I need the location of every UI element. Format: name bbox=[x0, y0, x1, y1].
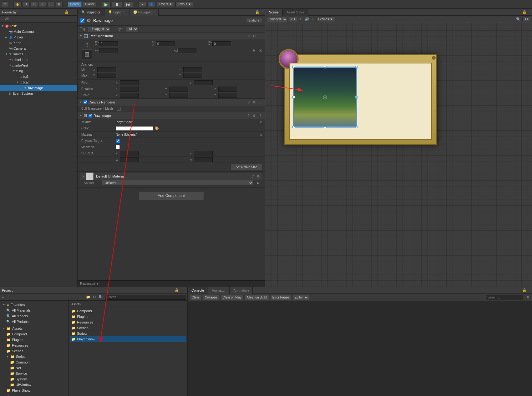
uiwindow-item[interactable]: 📁 UIWindow bbox=[0, 382, 68, 388]
all-models-item[interactable]: 🔍 All Models bbox=[0, 313, 68, 319]
clear-on-play-btn[interactable]: Clear on Play bbox=[220, 295, 244, 300]
scale-x-input[interactable]: 1 bbox=[120, 93, 139, 98]
all-layers-btn[interactable]: All bbox=[522, 17, 530, 22]
scene-lock-btn[interactable]: 🔒 bbox=[522, 10, 527, 14]
cull-checkbox[interactable] bbox=[117, 107, 121, 111]
scripts-item[interactable]: ▼ 📁 Scripts bbox=[0, 354, 68, 359]
scenes-item[interactable]: 📁 Scenes bbox=[0, 348, 68, 354]
hierarchy-lock-btn[interactable]: 🔒 bbox=[64, 10, 69, 14]
pos-y-input[interactable] bbox=[156, 41, 175, 46]
anchor-max-x-input[interactable]: 0.5 bbox=[97, 73, 116, 78]
hierarchy-item-eventsystem[interactable]: ⚙ EventSystem bbox=[0, 91, 77, 96]
scene-tab-assetstore[interactable]: Asset Store bbox=[283, 9, 308, 16]
scene-more-btn[interactable]: ⋮ bbox=[527, 10, 532, 14]
layer-select[interactable]: UI bbox=[126, 26, 139, 32]
tab-lighting[interactable]: 💡 Lighting bbox=[104, 9, 129, 16]
shader-select[interactable]: UI/Defau... bbox=[102, 180, 254, 186]
hierarchy-item-bg1[interactable]: □ bg1 bbox=[0, 74, 77, 79]
material-section-header[interactable]: ▼ Default UI Material ? ⚙ bbox=[80, 173, 262, 180]
blueprint-btn[interactable]: B bbox=[259, 48, 262, 53]
raycast-checkbox[interactable] bbox=[116, 139, 120, 143]
raw-image-header[interactable]: ▼ 🖼 Raw Image ? ⚙ ⋮ bbox=[78, 112, 265, 119]
tag-select[interactable]: Untagged bbox=[88, 26, 111, 32]
system-item[interactable]: 📁 System bbox=[0, 376, 68, 382]
console-tab-console[interactable]: Console bbox=[188, 287, 208, 294]
hierarchy-item-test[interactable]: ▼ 🎯 Test* bbox=[0, 23, 77, 29]
playershow-item[interactable]: 📁 PlayerShow bbox=[0, 388, 68, 393]
asset-playershow[interactable]: 📁 PlayerShow bbox=[70, 336, 186, 342]
height-input[interactable]: 581.0264 bbox=[178, 48, 196, 53]
search-scene-btn[interactable]: 🔍 bbox=[515, 17, 521, 21]
settings-btn[interactable]: ⚙ bbox=[92, 295, 97, 299]
pause-btn[interactable]: ⏸ bbox=[112, 2, 122, 7]
maskable-checkbox[interactable] bbox=[116, 145, 120, 149]
console-tab-animator[interactable]: Animator bbox=[208, 287, 230, 294]
2d-btn[interactable]: 2D bbox=[289, 17, 297, 22]
error-pause-btn[interactable]: Error Pause bbox=[270, 295, 291, 300]
scene-tab-scene[interactable]: Scene bbox=[265, 9, 283, 16]
texture-picker-icon[interactable]: ⊙ bbox=[260, 120, 262, 124]
toolbar-rotate-btn[interactable]: ↻ bbox=[31, 2, 38, 7]
pos-x-input[interactable] bbox=[99, 41, 118, 46]
set-native-size-btn[interactable]: Set Native Size bbox=[231, 164, 262, 170]
tab-inspector[interactable]: 🔍 Inspector bbox=[78, 9, 104, 16]
hierarchy-add-btn[interactable]: + bbox=[1, 17, 4, 21]
packages-section[interactable]: ▶ 📦 Packages bbox=[0, 394, 68, 396]
assets-section[interactable]: ▼ 📁 Assets bbox=[0, 326, 68, 331]
lighting-btn[interactable]: ☀ bbox=[298, 17, 303, 21]
hierarchy-item-canvas[interactable]: ▼ □ Canvas bbox=[0, 51, 77, 57]
hierarchy-item-rawimage[interactable]: □ RawImage bbox=[0, 85, 77, 91]
rot-z-input[interactable]: 0 bbox=[218, 87, 237, 92]
rect-more-btn[interactable]: ⋮ bbox=[258, 34, 263, 38]
hierarchy-item-bg2[interactable]: ▼ □ bg2 bbox=[0, 79, 77, 85]
clear-on-build-btn[interactable]: Clear on Build bbox=[245, 295, 269, 300]
object-active-checkbox[interactable] bbox=[80, 18, 84, 23]
step-btn[interactable]: ⏭ bbox=[123, 2, 133, 7]
asset-scenes[interactable]: 📁 Scenes bbox=[70, 325, 186, 331]
add-component-btn[interactable]: Add Component bbox=[139, 191, 204, 200]
console-search[interactable] bbox=[486, 295, 523, 300]
service-item[interactable]: 📁 Service bbox=[0, 371, 68, 376]
rect-help-btn[interactable]: ? bbox=[247, 34, 250, 38]
toolbar-menu-btn[interactable]: ≡ bbox=[2, 2, 8, 7]
rawimage-help-btn[interactable]: ? bbox=[247, 114, 250, 118]
resources-item[interactable]: 📁 Resources bbox=[0, 343, 68, 348]
fx-btn[interactable]: ✦ bbox=[311, 17, 315, 21]
canvas-renderer-header[interactable]: ▼ Canvas Renderer ? ⚙ ⋮ bbox=[78, 99, 265, 106]
handle-tl[interactable] bbox=[292, 66, 295, 68]
console-tab-animation[interactable]: Animation bbox=[230, 287, 253, 294]
center-pivot-btn[interactable]: Center bbox=[68, 2, 82, 7]
hierarchy-more-btn[interactable]: ⋮ bbox=[71, 10, 75, 14]
scene-content[interactable]: ⊕ bbox=[265, 23, 532, 287]
inspector-lock-btn[interactable]: 🔒 bbox=[255, 10, 260, 14]
anchor-max-y-input[interactable]: 0.5 bbox=[183, 73, 202, 78]
rawimage-settings-btn[interactable]: ⚙ bbox=[252, 114, 256, 118]
play-btn[interactable]: ▶ bbox=[102, 2, 111, 7]
asset-compond[interactable]: 📁 Compond bbox=[70, 308, 186, 314]
scale-y-input[interactable]: 1 bbox=[169, 93, 188, 98]
canvas-settings-btn[interactable]: ⚙ bbox=[252, 100, 256, 104]
tab-navigation[interactable]: 🧭 Navigation bbox=[129, 9, 159, 16]
account-btn[interactable]: 👤 bbox=[147, 2, 155, 7]
common-item[interactable]: 📁 Common bbox=[0, 359, 68, 365]
material-help-btn[interactable]: ? bbox=[251, 174, 254, 178]
pivot-y-input[interactable]: 0.5 bbox=[194, 80, 213, 85]
rot-y-input[interactable]: 0 bbox=[169, 87, 188, 92]
handle-bl[interactable] bbox=[292, 126, 295, 128]
search-project-btn[interactable]: 🔍 bbox=[98, 295, 104, 299]
asset-resources[interactable]: 📁 Resources bbox=[70, 319, 186, 325]
anchor-preset-grid[interactable] bbox=[82, 49, 92, 59]
rawimage-more-btn[interactable]: ⋮ bbox=[258, 114, 263, 118]
inspector-more-btn[interactable]: ⋮ bbox=[260, 10, 265, 14]
hierarchy-item-plane[interactable]: ▭ Plane bbox=[0, 40, 77, 46]
project-add-btn[interactable]: + bbox=[1, 295, 4, 299]
global-local-btn[interactable]: Global bbox=[83, 2, 96, 7]
constrain-btn[interactable]: R bbox=[252, 48, 256, 53]
compond-item[interactable]: 📁 Compond bbox=[0, 331, 68, 337]
canvas-renderer-enabled[interactable] bbox=[84, 100, 87, 104]
pivot-x-input[interactable]: 0.5 bbox=[120, 80, 139, 85]
toolbar-scale-btn[interactable]: ⤡ bbox=[39, 2, 46, 7]
all-materials-item[interactable]: 🔍 All Materials bbox=[0, 308, 68, 313]
asset-scripts[interactable]: 📁 Scripts bbox=[70, 331, 186, 336]
anchor-min-y-input[interactable]: 0.5 bbox=[183, 67, 202, 72]
